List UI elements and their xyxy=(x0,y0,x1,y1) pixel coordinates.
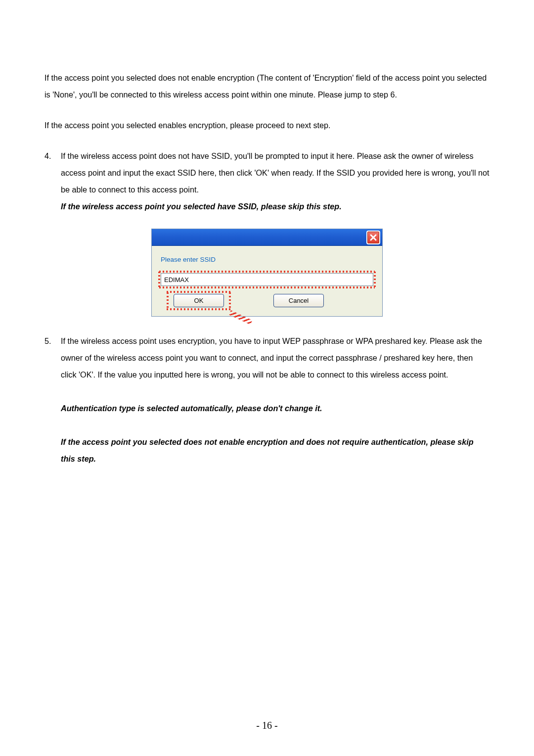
step-5-number: 5. xyxy=(44,332,61,467)
step-5-body: If the wireless access point uses encryp… xyxy=(61,336,482,379)
ok-button[interactable]: OK xyxy=(174,294,224,307)
step-4-number: 4. xyxy=(44,147,61,215)
step-5-note-1: Authentication type is selected automati… xyxy=(61,404,322,413)
ssid-dialog: Please enter SSID OK xyxy=(151,229,383,317)
step-5: 5. If the wireless access point uses enc… xyxy=(44,332,490,467)
ssid-dialog-figure: Please enter SSID OK xyxy=(44,229,490,317)
ssid-label: Please enter SSID xyxy=(161,256,373,263)
ssid-input[interactable] xyxy=(161,273,373,286)
close-button[interactable] xyxy=(366,231,380,244)
intro-para-2: If the access point you selected enables… xyxy=(44,117,490,134)
cancel-button[interactable]: Cancel xyxy=(273,294,324,307)
step-5-note-2: If the access point you selected does no… xyxy=(61,437,474,463)
page-number: - 16 - xyxy=(0,720,534,731)
step-4-note: If the wireless access point you selecte… xyxy=(61,202,342,211)
close-icon xyxy=(370,234,377,241)
step-4-body: If the wireless access point does not ha… xyxy=(61,151,489,194)
intro-para-1: If the access point you selected does no… xyxy=(44,69,490,103)
dialog-titlebar xyxy=(152,229,382,246)
step-4: 4. If the wireless access point does not… xyxy=(44,147,490,215)
